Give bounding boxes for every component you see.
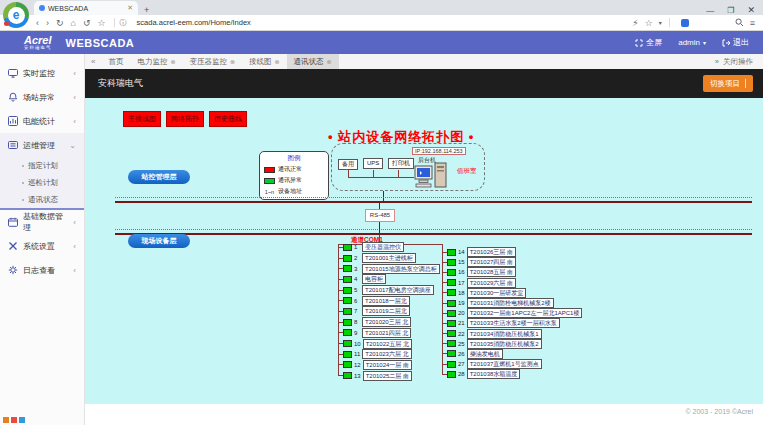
sidebar-item-base-data[interactable]: 基础数据管理‹ bbox=[0, 210, 84, 234]
diagram-nav-button[interactable]: 主接线图 bbox=[123, 111, 161, 127]
sidebar-item-label: 场站异常 bbox=[23, 92, 55, 103]
sidebar-item-station-abnormal[interactable]: 场站异常‹ bbox=[0, 85, 84, 109]
sidebar-item-system-settings[interactable]: 系统设置‹ bbox=[0, 234, 84, 258]
comm-status-indicator bbox=[343, 265, 352, 272]
sidebar-item-energy-stats[interactable]: 电能统计‹ bbox=[0, 109, 84, 133]
device-name-box[interactable]: T201023六层 北 bbox=[362, 349, 411, 359]
product-title: WEBSCADA bbox=[66, 37, 135, 49]
window-close-button[interactable]: ✕ bbox=[747, 5, 755, 15]
device-address: 4 bbox=[354, 276, 360, 282]
device-name-box[interactable]: T201015地源热泵空调总柜 bbox=[362, 264, 440, 274]
bullet-dot bbox=[22, 165, 24, 167]
device-name-box[interactable]: T201035消防稳压机械泵2 bbox=[467, 339, 542, 349]
close-operations-dropdown[interactable]: » 关闭操作 bbox=[715, 57, 763, 67]
tab-close-icon[interactable]: ⊗ bbox=[327, 58, 332, 65]
user-menu[interactable]: admin ▾ bbox=[678, 38, 706, 47]
device-name-box[interactable]: T201022五层 北 bbox=[363, 339, 412, 349]
device-row: 12T201024一层 南 bbox=[338, 360, 440, 371]
fullscreen-button[interactable]: 全屏 bbox=[635, 37, 662, 48]
switch-project-button[interactable]: 切换项目 bbox=[703, 75, 753, 92]
device-address: 19 bbox=[458, 300, 465, 306]
sidebar-item-log-view[interactable]: 日志查看‹ bbox=[0, 258, 84, 282]
search-icon[interactable] bbox=[735, 18, 744, 27]
window-maximize-button[interactable]: ❐ bbox=[727, 6, 734, 15]
forward-icon[interactable]: › bbox=[46, 18, 49, 28]
site-info-icon[interactable]: ⓘ bbox=[120, 18, 127, 28]
url-text[interactable]: scada.acrel-eem.com/Home/Index bbox=[137, 18, 251, 27]
device-name-box[interactable]: T201030一层研发室 bbox=[467, 288, 527, 298]
device-name-box[interactable]: T201024一层 南 bbox=[363, 360, 412, 370]
sidebar-item-ops-mgmt[interactable]: 运维管理⌄ bbox=[0, 133, 84, 157]
legend-box: 图例 通讯正常 通讯异常 1~n 设备地址 bbox=[259, 151, 329, 200]
device-row: 9T201021四层 北 bbox=[338, 328, 440, 339]
diagram-nav-button[interactable]: 网络拓扑 bbox=[166, 111, 204, 127]
chevron-left-icon: ‹ bbox=[73, 242, 76, 251]
page-tab-label: 首页 bbox=[108, 57, 123, 67]
device-name-box[interactable]: T201033生活水泵2楼一层积水泵 bbox=[467, 318, 560, 328]
comm-status-indicator bbox=[343, 340, 352, 347]
history-icon[interactable]: ↺ bbox=[83, 18, 91, 28]
device-name-box[interactable]: T201032一层南1APC2左一层北1APC1楼 bbox=[467, 308, 583, 318]
favorite-star-icon[interactable]: ☆ bbox=[645, 18, 653, 28]
device-name-box[interactable]: T201017配电房空调插座 bbox=[362, 285, 434, 295]
home-icon[interactable]: ⌂ bbox=[71, 18, 76, 28]
refresh-icon[interactable]: ↻ bbox=[56, 18, 64, 28]
device-name-box[interactable]: T201029六层 南 bbox=[467, 278, 516, 288]
device-name-box[interactable]: T201028五层 南 bbox=[467, 267, 516, 277]
tab-close-icon[interactable]: ⊗ bbox=[230, 58, 235, 65]
back-icon[interactable]: ‹ bbox=[36, 18, 39, 28]
device-name-box[interactable]: T201021四层 北 bbox=[362, 328, 411, 338]
menu-icon[interactable]: ≡ bbox=[750, 18, 755, 28]
sidebar-subitem[interactable]: 指定计划 bbox=[0, 157, 84, 174]
device-name-box[interactable]: T201038水箱温度 bbox=[467, 369, 521, 379]
page-tab[interactable]: 首页 bbox=[101, 54, 130, 69]
sidebar-subitem[interactable]: 通讯状态 bbox=[0, 191, 84, 208]
tab-close-icon[interactable]: ⊗ bbox=[170, 58, 175, 65]
device-name-box[interactable]: T201034消防稳压机械泵1 bbox=[467, 329, 542, 339]
page-tabbar: « 首页电力监控⊗变压器监控⊗接线图⊗通讯状态⊗ » 关闭操作 bbox=[85, 54, 763, 69]
device-name-box[interactable]: T201001主进线柜 bbox=[362, 253, 416, 263]
page-tab[interactable]: 电力监控⊗ bbox=[130, 54, 182, 69]
legend-abnormal-label: 通讯异常 bbox=[278, 176, 302, 185]
sidebar-item-realtime[interactable]: 实时监控‹ bbox=[0, 61, 84, 85]
device-row: 2T201001主进线柜 bbox=[338, 253, 440, 264]
device-name-box[interactable]: T201027四层 南 bbox=[467, 257, 516, 267]
device-name-box[interactable]: 柴油发电机 bbox=[467, 349, 503, 359]
device-name-box[interactable]: 变压器温控仪 bbox=[362, 242, 404, 252]
fullscreen-label: 全屏 bbox=[646, 37, 662, 48]
alarm-icon bbox=[8, 92, 18, 102]
collapse-tabs-icon[interactable]: « bbox=[85, 57, 101, 66]
device-name-box[interactable]: T201020三层 北 bbox=[362, 317, 411, 327]
device-name-box[interactable]: T201025二层 南 bbox=[363, 371, 412, 381]
switch-project-label: 切换项目 bbox=[710, 79, 740, 89]
device-name-box[interactable]: T201026三层 南 bbox=[467, 247, 516, 257]
extension-icon[interactable] bbox=[681, 19, 689, 27]
device-address: 9 bbox=[354, 330, 360, 336]
sidebar-subitem[interactable]: 巡检计划 bbox=[0, 174, 84, 191]
status-bar-icons bbox=[3, 417, 25, 423]
page-tab[interactable]: 变压器监控⊗ bbox=[182, 54, 242, 69]
sidebar-item-label: 实时监控 bbox=[23, 68, 55, 79]
browser-tab[interactable]: WEBSCADA ✕ bbox=[34, 1, 138, 15]
new-tab-button[interactable]: + bbox=[144, 5, 149, 15]
device-name-box[interactable]: T201018一层北 bbox=[362, 296, 410, 306]
page-tab[interactable]: 通讯状态⊗ bbox=[287, 54, 339, 69]
page-tab[interactable]: 接线图⊗ bbox=[242, 54, 287, 69]
bookmark-star-icon[interactable]: ☆ bbox=[98, 18, 106, 28]
tab-close-icon[interactable]: ✕ bbox=[127, 4, 133, 12]
device-name-box[interactable]: T201031消防栓电梯机械泵2楼 bbox=[467, 298, 554, 308]
device-name-box[interactable]: T201037直燃机1号监测点 bbox=[467, 359, 542, 369]
flash-icon[interactable]: ⚡ bbox=[632, 18, 638, 28]
log-icon bbox=[8, 265, 18, 275]
logout-button[interactable]: 退出 bbox=[722, 37, 749, 48]
caret-down-icon[interactable]: ▾ bbox=[659, 19, 662, 26]
tab-close-icon[interactable]: ⊗ bbox=[275, 58, 280, 65]
browser-chrome: e WEBSCADA ✕ + — ❐ ✕ ‹ › ↻ ⌂ ↺ ☆ ⓘ scada… bbox=[0, 0, 763, 31]
monitor-icon bbox=[8, 68, 18, 78]
comm-status-indicator bbox=[343, 308, 352, 315]
window-minimize-button[interactable]: — bbox=[706, 6, 714, 15]
diagram-nav-button[interactable]: 历史曲线 bbox=[209, 111, 247, 127]
device-row: 11T201023六层 北 bbox=[338, 349, 440, 360]
device-name-box[interactable]: 电容柜 bbox=[362, 274, 386, 284]
device-name-box[interactable]: T201019二层北 bbox=[362, 306, 410, 316]
